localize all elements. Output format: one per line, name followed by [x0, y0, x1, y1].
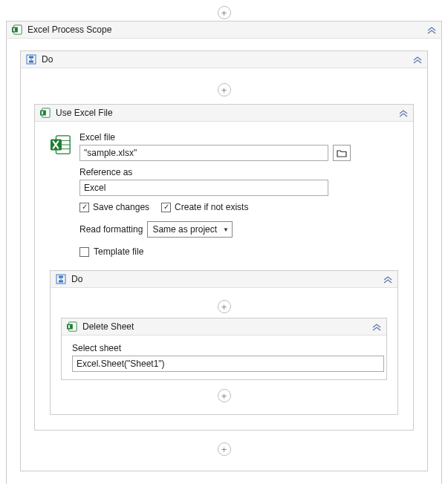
drop-target-after[interactable]: +: [34, 435, 414, 459]
activity-header[interactable]: Use Excel File: [35, 105, 413, 122]
delete-sheet-icon: [66, 321, 78, 333]
excel-file-input[interactable]: "sample.xlsx": [79, 145, 328, 161]
activity-body: +: [51, 288, 397, 414]
drop-target-after[interactable]: +: [61, 385, 387, 407]
insert-before-handle[interactable]: +: [6, 6, 442, 21]
excel-scope-icon: [11, 24, 23, 36]
sequence-icon: [25, 53, 37, 65]
template-file-label: Template file: [94, 246, 143, 257]
plus-icon: +: [218, 83, 231, 97]
svg-rect-7: [40, 111, 46, 116]
activity-body: + Use Excel File: [21, 68, 427, 471]
collapse-icon[interactable]: [398, 108, 409, 118]
activity-body: Do +: [7, 39, 441, 484]
svg-rect-18: [67, 324, 73, 330]
excel-file-icon: [39, 107, 51, 119]
activity-title: Do: [71, 274, 378, 284]
activity-header[interactable]: Do: [21, 51, 427, 68]
svg-rect-3: [29, 56, 33, 59]
save-changes-checkbox[interactable]: ✓: [79, 203, 89, 212]
sequence-icon: [55, 273, 67, 285]
reference-as-label: Reference as: [79, 167, 398, 177]
drop-target-before[interactable]: +: [34, 80, 414, 104]
activity-header[interactable]: Excel Process Scope: [7, 22, 441, 39]
activity-excel-process-scope[interactable]: Excel Process Scope Do: [6, 21, 442, 484]
svg-rect-15: [59, 281, 63, 283]
read-formatting-value: Same as project: [152, 224, 217, 235]
activity-title: Delete Sheet: [82, 321, 367, 332]
create-if-not-exists-checkbox[interactable]: ✓: [161, 203, 171, 212]
save-changes-label: Save changes: [93, 202, 149, 212]
activity-title: Excel Process Scope: [27, 24, 422, 35]
reference-as-input[interactable]: Excel: [79, 180, 328, 196]
activity-delete-sheet[interactable]: Delete Sheet Select sheet Excel.Sheet("S…: [61, 318, 387, 380]
collapse-icon[interactable]: [371, 321, 382, 332]
activity-body: Select sheet Excel.Sheet("Sheet1"): [62, 336, 386, 379]
plus-icon: +: [218, 300, 231, 313]
read-formatting-dropdown[interactable]: Same as project ▼: [147, 221, 233, 238]
activity-title: Do: [42, 54, 408, 65]
plus-icon: +: [218, 389, 231, 402]
collapse-icon[interactable]: [383, 274, 393, 284]
activity-use-excel-file[interactable]: Use Excel File: [34, 104, 414, 431]
browse-button[interactable]: [333, 145, 351, 161]
excel-file-label: Excel file: [79, 132, 398, 143]
collapse-icon[interactable]: [426, 24, 437, 35]
svg-rect-4: [29, 61, 33, 63]
template-file-checkbox[interactable]: [79, 247, 89, 257]
chevron-down-icon: ▼: [223, 226, 229, 233]
folder-icon: [337, 149, 347, 157]
drop-target-before[interactable]: +: [61, 295, 387, 318]
create-if-not-exists-label: Create if not exists: [175, 202, 248, 212]
collapse-icon[interactable]: [412, 54, 423, 65]
svg-rect-14: [59, 276, 63, 278]
activity-do-inner[interactable]: Do +: [50, 270, 398, 415]
select-sheet-input[interactable]: Excel.Sheet("Sheet1"): [72, 356, 384, 372]
read-formatting-label: Read formatting: [79, 224, 143, 235]
excel-app-icon: [50, 134, 72, 156]
plus-icon: +: [218, 6, 231, 19]
activity-header[interactable]: Delete Sheet: [62, 318, 386, 336]
svg-rect-1: [12, 27, 18, 33]
activity-header[interactable]: Do: [51, 271, 397, 288]
plus-icon: +: [218, 442, 231, 456]
activity-title: Use Excel File: [56, 108, 394, 118]
activity-do-outer[interactable]: Do +: [20, 50, 428, 471]
activity-body: Excel file "sample.xlsx" Refe: [35, 122, 413, 430]
select-sheet-label: Select sheet: [72, 343, 376, 353]
